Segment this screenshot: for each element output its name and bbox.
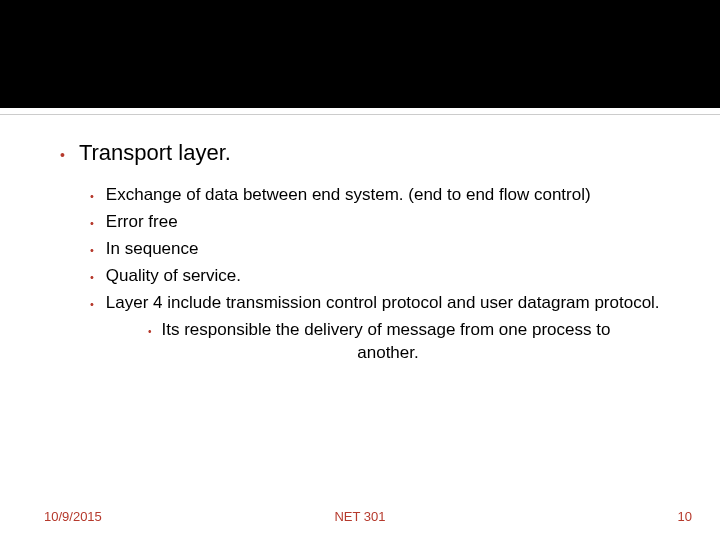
bullet-level2-list: • Exchange of data between end system. (… xyxy=(90,184,690,365)
footer-date: 10/9/2015 xyxy=(44,509,102,524)
list-item-text: Quality of service. xyxy=(106,265,241,288)
list-item-text: Exchange of data between end system. (en… xyxy=(106,184,591,207)
list-item: • Layer 4 include transmission control p… xyxy=(90,292,690,315)
bullet-level3-text-line2: another. xyxy=(357,343,418,362)
list-item: • In sequence xyxy=(90,238,690,261)
list-item-text: Error free xyxy=(106,211,178,234)
bullet-level1-text: Transport layer. xyxy=(79,140,231,166)
bullet-dot-icon: • xyxy=(90,218,94,229)
footer-page-number: 10 xyxy=(678,509,692,524)
bullet-dot-icon: • xyxy=(60,148,65,162)
bullet-level3: • Its responsible the delivery of messag… xyxy=(148,319,690,365)
list-item-text: Layer 4 include transmission control pro… xyxy=(106,292,660,315)
footer-course: NET 301 xyxy=(334,509,385,524)
bullet-dot-icon: • xyxy=(90,272,94,283)
bullet-dot-icon: • xyxy=(90,299,94,310)
bullet-level1: • Transport layer. xyxy=(60,140,690,166)
bullet-dot-icon: • xyxy=(148,327,152,337)
title-band xyxy=(0,0,720,108)
bullet-dot-icon: • xyxy=(90,191,94,202)
list-item: • Quality of service. xyxy=(90,265,690,288)
list-item: • Error free xyxy=(90,211,690,234)
bullet-level3-text-line1: Its responsible the delivery of message … xyxy=(162,319,611,342)
list-item: • Exchange of data between end system. (… xyxy=(90,184,690,207)
slide: • Transport layer. • Exchange of data be… xyxy=(0,0,720,540)
bullet-dot-icon: • xyxy=(90,245,94,256)
content-area: • Transport layer. • Exchange of data be… xyxy=(60,140,690,365)
list-item-text: In sequence xyxy=(106,238,199,261)
divider xyxy=(0,114,720,115)
